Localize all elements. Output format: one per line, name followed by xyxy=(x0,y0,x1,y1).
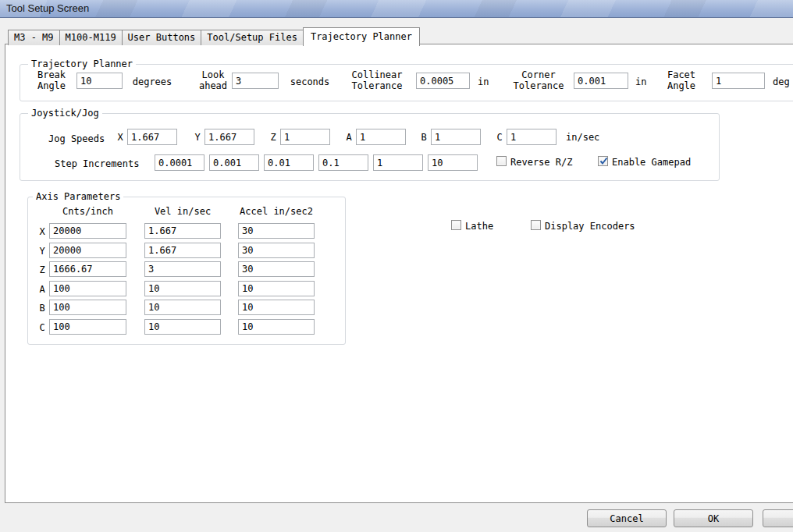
column-header-accel: Accel in/sec2 xyxy=(238,206,315,217)
step-increment-4-input[interactable] xyxy=(318,154,368,171)
axis-a-cnts-input[interactable] xyxy=(49,281,126,296)
tool-setup-window: Tool Setup Screen M3 - M9 M100-M119 User… xyxy=(0,0,793,532)
axis-a-accel-input[interactable] xyxy=(238,281,315,296)
axis-c-cnts-input[interactable] xyxy=(49,319,126,335)
partial-button[interactable] xyxy=(763,509,793,527)
tab-bar: M3 - M9 M100-M119 User Buttons Tool/Setu… xyxy=(8,27,419,45)
column-header-cnts: Cnts/inch xyxy=(49,206,126,217)
axis-a-vel-input[interactable] xyxy=(144,281,221,296)
axis-x-label: X xyxy=(37,226,48,237)
axis-parameters-group-title: Axis Parameters xyxy=(33,191,123,202)
axis-c-label: C xyxy=(37,322,48,333)
step-increment-6-input[interactable] xyxy=(428,154,478,171)
trajectory-planner-group-title: Trajectory Planner xyxy=(28,59,136,69)
ok-button[interactable]: OK xyxy=(674,509,753,527)
axis-b-label: B xyxy=(37,303,48,314)
jog-speeds-label: Jog Speeds xyxy=(48,133,105,144)
axis-b-accel-input[interactable] xyxy=(238,300,315,315)
tab-m100-m119[interactable]: M100-M119 xyxy=(59,30,123,45)
facet-angle-label: Facet Angle xyxy=(656,69,706,91)
corner-tolerance-unit: in xyxy=(635,76,646,87)
lathe-checkbox[interactable] xyxy=(451,220,461,230)
axis-c-accel-input[interactable] xyxy=(238,319,315,335)
step-increment-2-input[interactable] xyxy=(209,154,259,171)
look-ahead-input[interactable] xyxy=(232,73,279,89)
facet-angle-unit: deg xyxy=(773,76,790,87)
facet-angle-input[interactable] xyxy=(712,73,765,89)
jog-speeds-unit: in/sec xyxy=(566,132,599,143)
step-increments-label: Step Increments xyxy=(55,158,139,169)
jog-b-label: B xyxy=(418,132,429,143)
axis-x-accel-input[interactable] xyxy=(238,223,315,239)
axis-z-accel-input[interactable] xyxy=(238,261,315,277)
joystick-jog-groupbox: Joystick/Jog xyxy=(20,113,720,181)
titlebar[interactable]: Tool Setup Screen xyxy=(0,0,793,18)
look-ahead-unit: seconds xyxy=(283,76,337,87)
jog-c-input[interactable] xyxy=(507,129,557,145)
axis-y-accel-input[interactable] xyxy=(238,243,315,258)
step-increment-5-input[interactable] xyxy=(373,154,423,171)
axis-z-label: Z xyxy=(37,264,48,275)
break-angle-input[interactable] xyxy=(76,73,123,89)
look-ahead-label: Look ahead xyxy=(191,69,235,91)
tab-m3-m9[interactable]: M3 - M9 xyxy=(8,30,60,45)
jog-z-label: Z xyxy=(268,132,279,143)
lathe-label: Lathe xyxy=(465,221,493,232)
jog-b-input[interactable] xyxy=(431,129,481,145)
collinear-tolerance-label: Collinear Tolerance xyxy=(341,69,413,91)
corner-tolerance-label: Corner Tolerance xyxy=(505,69,572,91)
step-increment-1-input[interactable] xyxy=(155,154,204,171)
break-angle-label: Break Angle xyxy=(27,69,76,91)
jog-y-input[interactable] xyxy=(204,129,254,145)
axis-x-vel-input[interactable] xyxy=(144,223,221,239)
corner-tolerance-input[interactable] xyxy=(574,73,628,89)
reverse-rz-checkbox[interactable] xyxy=(496,156,507,166)
joystick-jog-group-title: Joystick/Jog xyxy=(28,108,102,119)
axis-a-label: A xyxy=(37,284,48,295)
enable-gamepad-label: Enable Gamepad xyxy=(612,157,691,168)
jog-y-label: Y xyxy=(192,132,203,143)
tab-trajectory-planner[interactable]: Trajectory Planner xyxy=(303,27,420,46)
axis-z-vel-input[interactable] xyxy=(144,261,221,277)
jog-x-label: X xyxy=(115,132,126,143)
reverse-rz-label: Reverse R/Z xyxy=(510,157,572,168)
jog-x-input[interactable] xyxy=(127,129,177,145)
trajectory-planner-page: Trajectory Planner Break Angle degrees L… xyxy=(5,44,793,503)
display-encoders-label: Display Encoders xyxy=(545,221,635,232)
jog-z-input[interactable] xyxy=(280,129,330,145)
jog-a-label: A xyxy=(343,132,354,143)
check-icon xyxy=(599,156,609,166)
step-increment-3-input[interactable] xyxy=(264,154,314,171)
display-encoders-checkbox[interactable] xyxy=(531,220,541,230)
collinear-tolerance-unit: in xyxy=(478,76,489,87)
tab-tool-setup-files[interactable]: Tool/Setup Files xyxy=(201,30,304,45)
cancel-button[interactable]: Cancel xyxy=(587,509,667,527)
break-angle-unit: degrees xyxy=(123,76,182,87)
enable-gamepad-checkbox[interactable] xyxy=(598,156,608,166)
axis-c-vel-input[interactable] xyxy=(144,319,221,335)
axis-y-label: Y xyxy=(37,246,48,257)
column-header-vel: Vel in/sec xyxy=(144,206,221,217)
axis-b-cnts-input[interactable] xyxy=(49,300,126,315)
axis-x-cnts-input[interactable] xyxy=(49,223,126,239)
window-title: Tool Setup Screen xyxy=(6,0,89,17)
axis-y-vel-input[interactable] xyxy=(144,243,221,258)
jog-c-label: C xyxy=(494,132,505,143)
jog-a-input[interactable] xyxy=(356,129,406,145)
tab-user-buttons[interactable]: User Buttons xyxy=(122,30,202,45)
collinear-tolerance-input[interactable] xyxy=(416,73,470,89)
axis-z-cnts-input[interactable] xyxy=(49,261,126,277)
axis-y-cnts-input[interactable] xyxy=(49,243,126,258)
axis-b-vel-input[interactable] xyxy=(144,300,221,315)
